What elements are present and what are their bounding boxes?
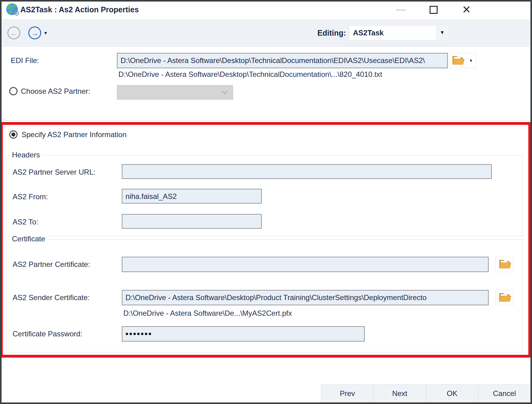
edi-file-label: EDI File: [11,53,39,68]
as2-to-label: AS2 To: [13,215,38,229]
as2-partner-dropdown-disabled [117,85,233,100]
as2-partner-certificate-input[interactable] [122,257,489,272]
edi-file-browse-button[interactable] [449,53,466,68]
certificate-password-label: Certificate Password: [13,326,82,342]
folder-open-icon [498,260,510,269]
folder-open-icon [452,56,463,65]
maximize-icon[interactable] [430,6,438,14]
as2-partner-server-url-label: AS2 Partner Server URL: [13,165,95,180]
as2-from-input[interactable]: niha.faisal_AS2 [122,189,262,204]
close-icon[interactable]: × [459,2,474,17]
footer-button-bar: Prev Next OK Cancel [321,384,531,402]
editing-label: Editing: [317,19,346,47]
specify-as2-partner-radio[interactable] [9,130,18,139]
sender-certificate-resolved-path: D:\OneDrive - Astera Software\De...\MyAS… [123,309,292,318]
sender-certificate-browse-button[interactable] [495,290,513,305]
choose-as2-partner-label: Choose AS2 Partner: [21,87,90,96]
title-bar: ⚙ AS2Task : As2 Action Properties × [0,0,532,19]
as2-action-properties-dialog: ⚙ AS2Task : As2 Action Properties × ← → … [0,0,532,404]
specify-as2-partner-label: Specify AS2 Partner Information [22,130,127,139]
next-button[interactable]: Next [373,384,426,402]
forward-arrow-icon[interactable]: → [28,26,41,39]
editing-dropdown-value: AS2Task [353,26,384,40]
gear-icon: ⚙ [14,10,20,18]
folder-open-icon [498,293,510,302]
as2-sender-certificate-input[interactable]: D:\OneDrive - Astera Software\Desktop\Pr… [122,290,489,305]
forward-dropdown-caret-icon[interactable]: ▾ [44,30,47,36]
edi-file-options-button[interactable]: ▾ [466,53,476,68]
toolbar: ← → ▾ Editing: AS2Task ▼ [0,19,532,47]
choose-as2-partner-radio[interactable] [9,87,18,95]
section-divider [0,121,532,121]
prev-button[interactable]: Prev [321,384,374,402]
back-arrow-icon[interactable]: ← [7,26,20,39]
as2-partner-certificate-label: AS2 Partner Certificate: [13,257,90,272]
as2-from-label: AS2 From: [13,189,48,204]
ok-button[interactable]: OK [426,384,478,402]
headers-groupbox: Headers AS2 Partner Server URL: AS2 From… [6,155,523,236]
as2-to-input[interactable] [122,214,262,229]
certificate-group-title: Certificate [10,235,48,243]
as2-sender-certificate-label: AS2 Sender Certificate: [13,290,90,305]
chevron-down-icon [222,89,227,94]
partner-certificate-browse-button[interactable] [495,257,513,272]
dropdown-caret-icon: ▾ [470,58,472,63]
edi-file-input[interactable]: D:\OneDrive - Astera Software\Desktop\Te… [117,53,448,68]
minimize-icon[interactable] [396,10,406,10]
certificate-password-input[interactable]: ••••••• [122,326,365,342]
dropdown-caret-icon[interactable]: ▼ [436,26,449,40]
edi-file-resolved-path: D:\OneDrive - Astera Software\Desktop\Te… [118,70,382,79]
editing-dropdown[interactable]: AS2Task ▼ [349,26,449,40]
headers-group-title: Headers [10,151,42,159]
window-title: AS2Task : As2 Action Properties [20,0,139,19]
certificate-groupbox: Certificate AS2 Partner Certificate: AS2… [6,239,523,352]
as2-partner-server-url-input[interactable] [122,164,492,179]
globe-app-icon: ⚙ [6,3,18,15]
cancel-button[interactable]: Cancel [478,384,531,402]
